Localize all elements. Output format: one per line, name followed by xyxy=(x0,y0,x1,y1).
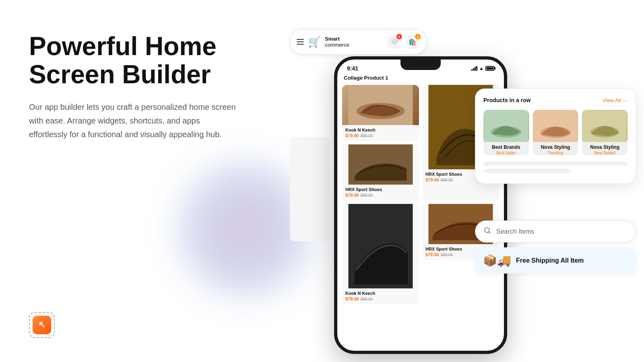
products-row: Best Brands Best Seller Nova Styling Tre… xyxy=(483,110,627,155)
wishlist-button[interactable]: 🤍 3 xyxy=(387,35,401,49)
bag-icon: 🛍️ xyxy=(409,38,417,46)
shipping-icon: 📦🚚 xyxy=(483,254,511,267)
product-name-3: HRX Sport Shoes xyxy=(345,187,416,192)
phone-time: 9:41 xyxy=(347,65,358,72)
heart-icon: 🤍 xyxy=(390,38,398,46)
cart-button[interactable]: 🛍️ 3 xyxy=(405,35,420,49)
search-widget: Search Items 📦🚚 Free Shipping All Item xyxy=(475,220,636,274)
row-product-2[interactable]: Nova Styling Trending xyxy=(533,110,578,155)
shipping-banner: 📦🚚 Free Shipping All Item xyxy=(475,247,636,274)
panel-title: Products in a row xyxy=(483,97,530,103)
row-product-3[interactable]: Nova Styling Best Ratted xyxy=(582,110,627,155)
collage-header: Collage Product 1 xyxy=(342,75,499,81)
price-old-6: $99.00 xyxy=(441,253,453,257)
product-price-3: $79.00 $99.00 xyxy=(345,193,416,197)
battery-icon xyxy=(485,66,494,71)
status-icons: ▲ xyxy=(471,66,494,71)
brand-name: Smart xyxy=(325,36,383,42)
price-old-2: $99.00 xyxy=(441,178,453,182)
product-info-3: HRX Sport Shoes $79.00 $99.00 xyxy=(342,185,419,201)
search-placeholder: Search Items xyxy=(496,228,627,235)
top-bar-widget: 🛒 Smart commerce 🤍 3 🛍️ 3 xyxy=(290,29,427,55)
panel-header: Products in a row View All → xyxy=(483,97,627,103)
row-product-img-3 xyxy=(582,110,627,142)
skeleton-line-1 xyxy=(483,162,627,166)
product-card[interactable]: Kook N Keech $79.00 $99.00 xyxy=(342,85,419,141)
cursor-icon xyxy=(33,316,51,334)
price-old-3: $99.00 xyxy=(361,193,373,197)
price-current-6: $79.00 xyxy=(425,252,439,257)
price-old-5: $99.00 xyxy=(361,297,373,301)
bg-skeleton-1 xyxy=(290,137,330,241)
row-product-name-3: Nova Styling xyxy=(582,144,627,150)
brand-text: Smart commerce xyxy=(325,36,383,48)
row-product-name-2: Nova Styling xyxy=(533,144,578,150)
skeleton-line-2 xyxy=(483,169,570,173)
product-card-5[interactable]: Kook N Keech $79.00 $99.00 xyxy=(342,204,419,304)
row-product-tag-3: Best Ratted xyxy=(582,151,627,155)
wishlist-badge: 3 xyxy=(396,34,402,39)
signal-bars-icon xyxy=(471,66,477,71)
search-icon xyxy=(483,226,491,237)
products-panel: Products in a row View All → Best Brands… xyxy=(475,88,636,184)
product-name-1: Kook N Keech xyxy=(345,128,416,132)
product-price-1: $79.00 $99.00 xyxy=(345,133,416,138)
product-info-5: Kook N Keech $79.00 $99.00 xyxy=(342,288,419,304)
wifi-icon: ▲ xyxy=(479,66,484,71)
product-price-5: $79.00 $99.00 xyxy=(345,296,416,301)
price-old-1: $99.00 xyxy=(361,134,373,138)
right-area: 🛒 Smart commerce 🤍 3 🛍️ 3 9:41 ▲ xyxy=(282,0,644,362)
brand-sub: commerce xyxy=(325,42,383,48)
search-bar[interactable]: Search Items xyxy=(475,220,636,243)
hamburger-icon[interactable] xyxy=(297,39,304,45)
cart-icon-widget: 🛒 xyxy=(308,36,321,48)
row-product-1[interactable]: Best Brands Best Seller xyxy=(483,110,529,155)
phone-notch xyxy=(400,60,441,70)
app-icon xyxy=(29,312,55,338)
price-current-1: $79.00 xyxy=(345,133,359,138)
row-product-name-1: Best Brands xyxy=(483,144,529,150)
price-current-2: $79.00 xyxy=(425,177,439,182)
product-card-3[interactable]: HRX Sport Shoes $79.00 $99.00 xyxy=(342,144,419,201)
product-image-1 xyxy=(342,85,419,125)
row-product-img-1 xyxy=(483,110,529,142)
row-product-tag-1: Best Seller xyxy=(483,151,529,155)
product-name-5: Kook N Keech xyxy=(345,291,416,296)
cart-badge: 3 xyxy=(415,34,421,39)
row-product-img-2 xyxy=(533,110,578,142)
price-current-3: $79.00 xyxy=(345,193,359,197)
price-current-5: $79.00 xyxy=(345,296,359,301)
row-product-tag-2: Trending xyxy=(533,151,578,155)
product-info-1: Kook N Keech $79.00 $99.00 xyxy=(342,125,419,141)
hero-description: Our app builder lets you craft a persona… xyxy=(29,100,238,141)
shipping-text: Free Shipping All Item xyxy=(516,257,584,264)
view-all-link[interactable]: View All → xyxy=(603,97,627,103)
hero-section: Powerful Home Screen Builder Our app bui… xyxy=(29,32,238,141)
hero-title: Powerful Home Screen Builder xyxy=(29,32,238,89)
